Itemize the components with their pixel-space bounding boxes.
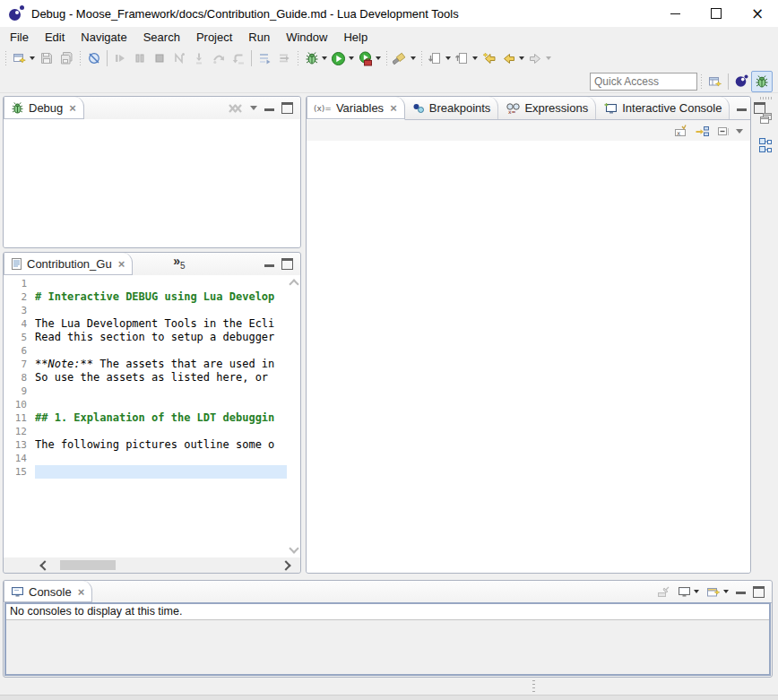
search-button[interactable] <box>391 48 418 68</box>
drop-to-frame-button[interactable] <box>255 48 274 68</box>
tab-debug[interactable]: Debug × <box>4 97 84 120</box>
tab-console[interactable]: Console × <box>4 581 92 603</box>
disconnect-button[interactable] <box>169 48 189 68</box>
step-over-button[interactable] <box>209 48 229 68</box>
show-type-names-icon[interactable]: x <box>673 125 689 138</box>
debug-button[interactable] <box>302 48 329 68</box>
editor-line-8[interactable]: 8So use the assets as listed here, or <box>4 371 287 385</box>
minimize-view-icon[interactable] <box>737 106 747 111</box>
maximize-view-icon[interactable] <box>753 586 765 598</box>
editor-line-15[interactable]: 15 <box>4 465 287 479</box>
forward-button[interactable] <box>526 48 553 68</box>
collapse-all-icon[interactable] <box>716 125 730 138</box>
save-button[interactable] <box>37 48 56 68</box>
menu-navigate[interactable]: Navigate <box>73 29 134 46</box>
search-dropdown[interactable] <box>411 56 416 60</box>
menu-file[interactable]: File <box>2 29 37 46</box>
open-console-dropdown[interactable] <box>723 590 729 593</box>
variables-content[interactable] <box>307 141 750 573</box>
scroll-down-icon[interactable] <box>289 543 298 553</box>
forward-dropdown[interactable] <box>546 56 551 60</box>
menu-search[interactable]: Search <box>135 29 188 46</box>
debug-perspective-button[interactable] <box>751 71 773 92</box>
debug-dropdown[interactable] <box>322 56 327 60</box>
show-logical-structure-icon[interactable] <box>695 125 711 138</box>
menu-run[interactable]: Run <box>240 29 278 46</box>
step-into-button[interactable] <box>189 48 209 68</box>
menu-project[interactable]: Project <box>188 29 240 46</box>
save-all-button[interactable] <box>56 48 76 68</box>
trim-drag-handle[interactable] <box>760 97 773 99</box>
tab-contribution-guide[interactable]: Contribution_Gu × <box>4 253 133 276</box>
tab-breakpoints[interactable]: Breakpoints <box>405 97 499 119</box>
editor-line-4[interactable]: 4The Lua Development Tools in the Ecli <box>4 317 287 331</box>
scrollbar-thumb[interactable] <box>60 560 116 570</box>
editor-line-12[interactable]: 12 <box>4 425 287 438</box>
run-button[interactable] <box>329 48 356 68</box>
use-step-filters-button[interactable] <box>274 48 294 68</box>
toolbar-drag-handle[interactable] <box>420 51 423 65</box>
menu-help[interactable]: Help <box>335 29 376 46</box>
debug-view-content[interactable] <box>4 119 300 247</box>
remove-all-terminated-icon[interactable] <box>228 102 243 115</box>
toolbar-drag-handle[interactable] <box>385 51 388 65</box>
lua-perspective-button[interactable] <box>731 72 751 91</box>
scroll-left-icon[interactable] <box>39 560 49 570</box>
open-console-button[interactable] <box>706 585 729 598</box>
menu-window[interactable]: Window <box>278 29 335 46</box>
open-perspective-button[interactable] <box>705 72 725 91</box>
minimize-view-icon[interactable] <box>264 106 274 111</box>
tab-expressions[interactable]: x= Expressions <box>498 97 596 119</box>
close-icon[interactable]: × <box>69 101 76 115</box>
editor-line-5[interactable]: 5Read this section to setup a debugger <box>4 331 287 344</box>
maximize-view-icon[interactable] <box>281 258 293 270</box>
perspective-bar-handle[interactable] <box>700 74 703 89</box>
terminate-button[interactable] <box>150 48 169 68</box>
pin-console-icon[interactable] <box>656 585 670 598</box>
editor-line-1[interactable]: 1 <box>4 277 287 290</box>
editor-line-3[interactable]: 3 <box>4 304 287 317</box>
back-dropdown[interactable] <box>519 56 524 60</box>
window-close-button[interactable]: × <box>737 0 778 27</box>
toolbar-drag-handle[interactable] <box>297 51 299 65</box>
quick-access-input[interactable] <box>590 73 697 91</box>
close-icon[interactable]: × <box>118 257 125 271</box>
run-dropdown[interactable] <box>349 56 354 60</box>
new-wizard-button[interactable] <box>10 48 37 68</box>
editor-content[interactable]: 12# Interactive DEBUG using Lua Develop3… <box>4 275 300 557</box>
external-tools-dropdown[interactable] <box>376 56 381 60</box>
editor-line-13[interactable]: 13The following pictures outline some o <box>4 438 287 452</box>
status-bar-drag-handle[interactable] <box>532 680 535 695</box>
editor-line-9[interactable]: 9 <box>4 385 287 398</box>
window-minimize-button[interactable] <box>654 0 696 27</box>
editor-line-6[interactable]: 6 <box>4 344 287 358</box>
back-button[interactable] <box>499 48 526 68</box>
toolbar-drag-handle[interactable] <box>79 51 82 65</box>
toolbar-drag-handle[interactable] <box>4 51 7 65</box>
last-edit-location-button[interactable] <box>480 48 499 68</box>
tab-interactive-console[interactable]: Interactive Console <box>596 97 730 119</box>
window-maximize-button[interactable] <box>696 0 737 27</box>
console-content[interactable]: No consoles to display at this time. <box>4 602 771 676</box>
display-selected-console-button[interactable] <box>678 586 699 598</box>
restore-view-icon[interactable] <box>759 112 774 125</box>
external-tools-button[interactable] <box>356 48 383 68</box>
minimize-view-icon[interactable] <box>736 589 746 594</box>
resume-button[interactable] <box>110 48 130 68</box>
next-annotation-button[interactable] <box>426 48 453 68</box>
display-console-dropdown[interactable] <box>694 590 699 593</box>
editor-line-2[interactable]: 2# Interactive DEBUG using Lua Develop <box>4 290 287 304</box>
skip-all-breakpoints-button[interactable] <box>84 48 104 68</box>
scroll-up-icon[interactable] <box>289 279 298 289</box>
maximize-view-icon[interactable] <box>281 102 293 114</box>
editor-line-14[interactable]: 14 <box>4 452 287 465</box>
scroll-right-icon[interactable] <box>281 560 290 570</box>
editor-line-11[interactable]: 11## 1. Explanation of the LDT debuggin <box>4 411 287 425</box>
view-menu-icon[interactable] <box>736 129 743 134</box>
editor-line-10[interactable]: 10 <box>4 398 287 411</box>
suspend-button[interactable] <box>130 48 150 68</box>
step-return-button[interactable] <box>229 48 248 68</box>
editor-tab-overflow[interactable]: »5 <box>173 253 185 275</box>
close-icon[interactable]: × <box>78 585 85 599</box>
next-annotation-dropdown[interactable] <box>445 56 451 60</box>
